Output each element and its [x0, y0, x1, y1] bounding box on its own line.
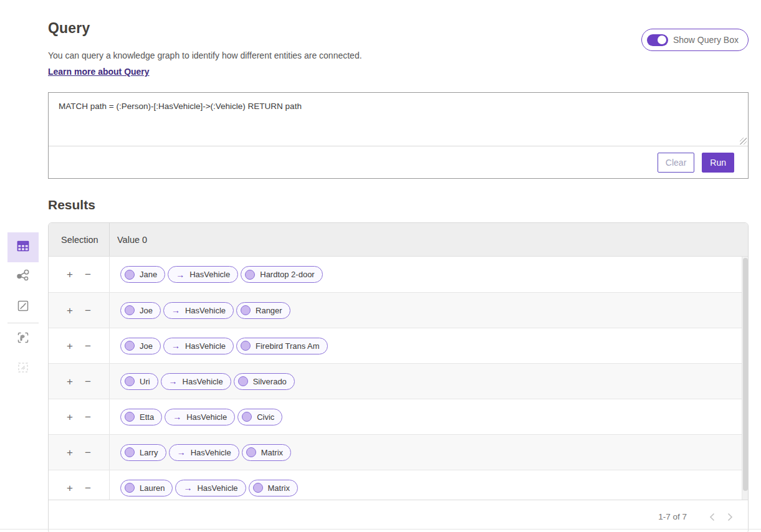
- source-node-chip[interactable]: Jane: [120, 266, 165, 283]
- target-node-chip[interactable]: Silverado: [234, 373, 295, 390]
- edge-chip[interactable]: → HasVehicle: [165, 409, 235, 425]
- selection-cell: + −: [49, 399, 110, 434]
- node-icon: [238, 376, 248, 386]
- previous-page-button[interactable]: [703, 510, 721, 524]
- table-row: + − Uri → HasVehicle Silverado: [49, 363, 748, 399]
- sidebar-item-table-view[interactable]: [7, 232, 39, 262]
- clear-button[interactable]: Clear: [658, 153, 694, 173]
- add-to-selection-button[interactable]: +: [65, 482, 74, 495]
- node-icon: [125, 270, 135, 280]
- edge-chip[interactable]: → HasVehicle: [169, 444, 239, 461]
- remove-from-selection-button[interactable]: −: [84, 375, 92, 388]
- results-scrollbar[interactable]: [742, 257, 748, 500]
- sidebar-item-map-view[interactable]: [7, 324, 39, 354]
- edge-arrow-icon: →: [177, 447, 186, 457]
- sidebar-item-graph-view[interactable]: [7, 262, 39, 292]
- edge-chip[interactable]: → HasVehicle: [161, 373, 231, 390]
- target-node-chip[interactable]: Ranger: [236, 302, 290, 319]
- edge-label: HasVehicle: [185, 341, 226, 351]
- edge-arrow-icon: →: [173, 412, 181, 422]
- value-cell: Joe → HasVehicle Firebird Trans Am: [110, 338, 328, 354]
- remove-from-selection-button[interactable]: −: [84, 446, 92, 459]
- remove-from-selection-button[interactable]: −: [84, 340, 92, 353]
- node-icon: [125, 447, 135, 457]
- edge-chip[interactable]: → HasVehicle: [163, 302, 234, 319]
- node-icon: [125, 341, 135, 351]
- edge-chip[interactable]: → HasVehicle: [175, 480, 246, 496]
- node-icon: [125, 412, 135, 422]
- source-node-chip[interactable]: Joe: [120, 302, 161, 319]
- scrollbar-thumb[interactable]: [743, 258, 748, 491]
- target-node-label: Silverado: [253, 377, 287, 386]
- pagination-range: 1-7 of 7: [658, 512, 687, 521]
- node-icon: [125, 376, 135, 386]
- toggle-switch-icon[interactable]: [647, 34, 668, 46]
- edge-label: HasVehicle: [189, 270, 230, 279]
- source-node-label: Etta: [140, 412, 154, 422]
- results-table: Selection Value 0 + − Jane → HasVehicle …: [48, 222, 749, 532]
- selection-cell: + −: [49, 257, 110, 292]
- run-button[interactable]: Run: [702, 153, 734, 173]
- rail-divider: [7, 323, 39, 323]
- edge-arrow-icon: →: [169, 376, 178, 386]
- result-view-rail: [7, 232, 39, 384]
- chevron-left-icon: [709, 513, 715, 521]
- node-icon: [246, 447, 256, 457]
- value-cell: Uri → HasVehicle Silverado: [110, 373, 295, 390]
- target-node-label: Matrix: [268, 483, 290, 493]
- target-node-chip[interactable]: Matrix: [249, 480, 298, 496]
- results-table-header: Selection Value 0: [49, 223, 748, 257]
- source-node-chip[interactable]: Uri: [120, 373, 158, 390]
- learn-more-link[interactable]: Learn more about Query: [48, 67, 150, 77]
- sidebar-item-selection-view[interactable]: [7, 354, 39, 384]
- page-description: You can query a knowledge graph to ident…: [48, 50, 749, 60]
- target-node-chip[interactable]: Hardtop 2-door: [241, 266, 322, 283]
- selection-cell: + −: [49, 470, 110, 500]
- add-to-selection-button[interactable]: +: [65, 304, 74, 317]
- table-row: + − Jane → HasVehicle Hardtop 2-door: [49, 257, 748, 292]
- source-node-chip[interactable]: Larry: [120, 444, 166, 461]
- show-query-box-toggle[interactable]: Show Query Box: [641, 29, 749, 51]
- query-actions: Clear Run: [49, 146, 748, 178]
- map-view-icon: [16, 330, 31, 348]
- page-bottom-divider: [0, 529, 761, 530]
- target-node-chip[interactable]: Firebird Trans Am: [236, 338, 328, 354]
- remove-from-selection-button[interactable]: −: [84, 482, 92, 495]
- chevron-right-icon: [727, 513, 733, 521]
- edge-chip[interactable]: → HasVehicle: [168, 266, 238, 283]
- edge-label: HasVehicle: [185, 306, 226, 315]
- sidebar-item-chart-view[interactable]: [7, 292, 39, 322]
- source-node-label: Lauren: [140, 483, 165, 493]
- graph-view-icon: [16, 268, 31, 286]
- query-input[interactable]: MATCH path = (:Person)-[:HasVehicle]->(:…: [49, 93, 748, 146]
- toggle-label: Show Query Box: [673, 35, 739, 45]
- table-row: + − Etta → HasVehicle Civic: [49, 399, 748, 434]
- target-node-label: Ranger: [256, 306, 282, 315]
- edge-arrow-icon: →: [183, 483, 192, 493]
- add-to-selection-button[interactable]: +: [65, 411, 74, 424]
- source-node-chip[interactable]: Lauren: [120, 480, 173, 496]
- add-to-selection-button[interactable]: +: [65, 340, 74, 353]
- add-to-selection-button[interactable]: +: [65, 375, 74, 388]
- target-node-chip[interactable]: Civic: [237, 409, 282, 425]
- next-page-button[interactable]: [721, 510, 739, 524]
- edge-label: HasVehicle: [197, 483, 237, 493]
- query-box: MATCH path = (:Person)-[:HasVehicle]->(:…: [48, 92, 749, 179]
- source-node-label: Joe: [140, 341, 153, 351]
- table-row: + − Joe → HasVehicle Ranger: [49, 292, 748, 328]
- remove-from-selection-button[interactable]: −: [84, 411, 92, 424]
- source-node-chip[interactable]: Joe: [120, 338, 161, 354]
- source-node-chip[interactable]: Etta: [120, 409, 162, 425]
- value-cell: Lauren → HasVehicle Matrix: [110, 480, 298, 496]
- results-pagination: 1-7 of 7: [49, 500, 748, 532]
- table-row: + − Joe → HasVehicle Firebird Trans Am: [49, 328, 748, 363]
- column-header-value-0: Value 0: [117, 235, 147, 245]
- add-to-selection-button[interactable]: +: [65, 268, 74, 281]
- remove-from-selection-button[interactable]: −: [84, 268, 92, 281]
- selection-cell: + −: [49, 435, 110, 470]
- remove-from-selection-button[interactable]: −: [84, 304, 92, 317]
- source-node-label: Larry: [140, 448, 158, 457]
- edge-chip[interactable]: → HasVehicle: [163, 338, 234, 354]
- target-node-chip[interactable]: Matrix: [242, 444, 291, 461]
- add-to-selection-button[interactable]: +: [65, 446, 74, 459]
